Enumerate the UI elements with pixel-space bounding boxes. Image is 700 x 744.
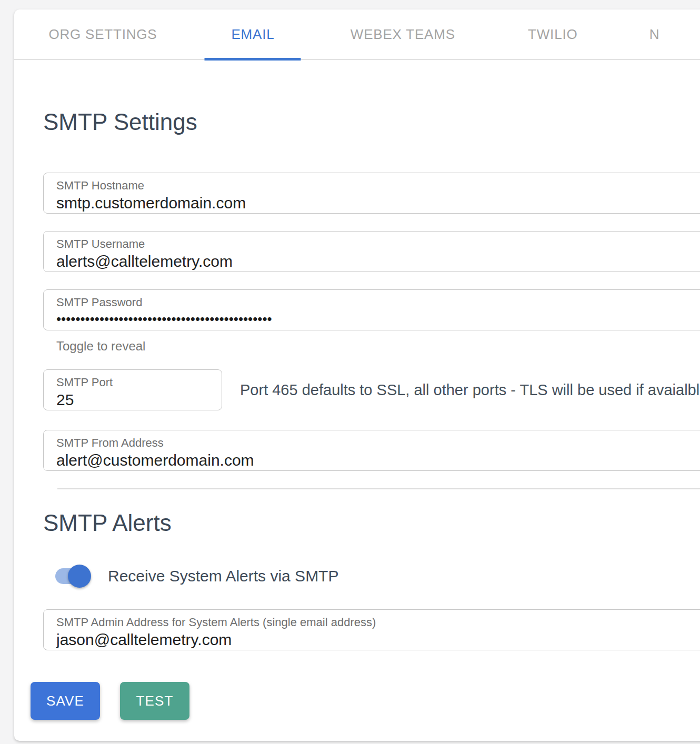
toggle-thumb[interactable]	[68, 565, 91, 588]
smtp-port-label: SMTP Port	[56, 376, 222, 389]
smtp-hostname-input[interactable]	[56, 194, 700, 212]
smtp-from-field[interactable]: SMTP From Address	[43, 430, 700, 471]
smtp-admin-label: SMTP Admin Address for System Alerts (si…	[56, 616, 700, 629]
smtp-admin-input[interactable]	[56, 631, 700, 649]
smtp-port-input[interactable]	[56, 391, 213, 409]
smtp-alerts-title: SMTP Alerts	[43, 511, 700, 535]
email-settings-panel: SMTP Settings SMTP Hostname SMTP Usernam…	[14, 110, 700, 720]
tab-org-settings[interactable]: ORG SETTINGS	[28, 9, 178, 59]
smtp-hostname-field[interactable]: SMTP Hostname	[43, 173, 700, 214]
smtp-username-input[interactable]	[56, 253, 700, 270]
section-divider	[57, 488, 700, 489]
tab-webex-teams[interactable]: WEBEX TEAMS	[328, 9, 478, 59]
save-button[interactable]: SAVE	[31, 682, 100, 720]
tab-bar: ORG SETTINGS EMAIL WEBEX TEAMS TWILIO N	[14, 9, 700, 60]
smtp-username-field[interactable]: SMTP Username	[43, 231, 700, 272]
smtp-username-label: SMTP Username	[56, 237, 700, 251]
action-buttons: SAVE TEST	[31, 682, 700, 720]
toggle-to-reveal-text[interactable]: Toggle to reveal	[43, 339, 700, 354]
smtp-from-label: SMTP From Address	[56, 436, 700, 450]
alerts-toggle-row: Receive System Alerts via SMTP	[43, 567, 700, 585]
tab-twilio[interactable]: TWILIO	[478, 9, 628, 59]
smtp-port-field[interactable]: SMTP Port	[43, 369, 222, 410]
receive-alerts-toggle[interactable]	[55, 568, 85, 584]
smtp-password-label: SMTP Password	[56, 296, 700, 309]
test-button[interactable]: TEST	[120, 682, 189, 720]
tab-email[interactable]: EMAIL	[178, 9, 328, 59]
receive-alerts-label: Receive System Alerts via SMTP	[108, 567, 338, 585]
tab-partial[interactable]: N	[628, 9, 700, 59]
smtp-password-field[interactable]: SMTP Password	[43, 289, 700, 330]
smtp-port-row: SMTP Port Port 465 defaults to SSL, all …	[43, 369, 700, 410]
smtp-port-hint: Port 465 defaults to SSL, all other port…	[240, 381, 700, 399]
smtp-admin-field[interactable]: SMTP Admin Address for System Alerts (si…	[43, 609, 700, 650]
settings-card: ORG SETTINGS EMAIL WEBEX TEAMS TWILIO N …	[14, 9, 700, 741]
smtp-settings-title: SMTP Settings	[43, 110, 700, 134]
smtp-hostname-label: SMTP Hostname	[56, 179, 700, 193]
smtp-from-input[interactable]	[56, 451, 700, 469]
smtp-password-input[interactable]	[56, 311, 700, 327]
